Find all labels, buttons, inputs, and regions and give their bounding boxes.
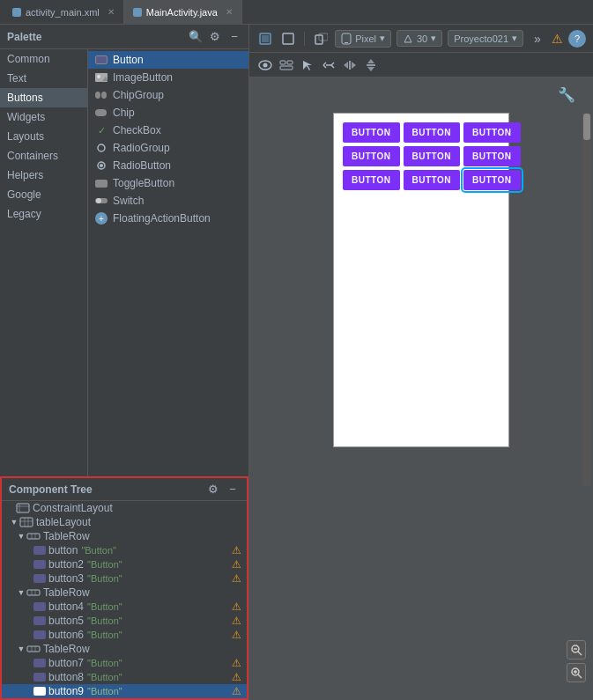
widget-radiobutton[interactable]: RadioButton (88, 157, 248, 174)
widget-checkbox[interactable]: ✓ CheckBox (88, 122, 248, 139)
tree-item-constraint[interactable]: ConstraintLayout (2, 501, 247, 515)
svg-point-1 (97, 75, 100, 78)
tree-item-button1[interactable]: button "Button" ⚠ (2, 543, 247, 557)
tree-item-button7[interactable]: button7 "Button" ⚠ (2, 656, 247, 670)
help-button[interactable]: ? (568, 30, 586, 48)
tree-item-tablerow1[interactable]: ▼ TableRow (2, 529, 247, 543)
project-selector[interactable]: Proyecto021 ▾ (448, 30, 523, 47)
eye-icon[interactable] (256, 56, 274, 74)
canvas-btn-1-1[interactable]: BUTTON (343, 122, 399, 143)
tree-label-btn8: button8 (48, 671, 84, 683)
vertical-flip-icon[interactable] (362, 56, 380, 74)
category-containers[interactable]: Containers (0, 146, 87, 166)
tree-label-btn1: button (48, 544, 78, 556)
tree-item-tablelayout[interactable]: ▼ tableLayout (2, 515, 247, 529)
warn-icon-btn2: ⚠ (232, 558, 241, 571)
settings-icon[interactable]: ⚙ (208, 30, 222, 44)
category-common[interactable]: Common (0, 49, 87, 69)
tree-item-button4[interactable]: button4 "Button" ⚠ (2, 600, 247, 614)
tab-java[interactable]: MainActivity.java ✕ (124, 0, 242, 25)
tab-xml-close[interactable]: ✕ (107, 7, 115, 17)
category-legacy[interactable]: Legacy (0, 204, 87, 224)
zoom-out-btn[interactable] (567, 640, 586, 659)
zoom-icon[interactable] (320, 56, 337, 74)
canvas-btn-2-2[interactable]: BUTTON (404, 146, 460, 166)
tree-settings-icon[interactable]: ⚙ (206, 483, 220, 497)
widget-togglebutton[interactable]: ToggleButton (88, 174, 248, 192)
fab-widget-icon: + (95, 212, 107, 225)
canvas-btn-2-1[interactable]: BUTTON (343, 146, 399, 166)
canvas-btn-3-2[interactable]: BUTTON (404, 170, 460, 190)
svg-rect-3 (95, 92, 100, 99)
svg-point-46 (263, 63, 268, 67)
category-widgets[interactable]: Widgets (0, 107, 87, 127)
svg-marker-60 (367, 59, 374, 63)
tree-arrow-tablelayout[interactable]: ▼ (9, 518, 19, 527)
category-helpers[interactable]: Helpers (0, 166, 87, 185)
wrench-icon[interactable]: 🔧 (558, 86, 575, 103)
canvas-btn-2-3[interactable]: BUTTON (463, 146, 520, 166)
orientation-icon[interactable] (312, 30, 330, 48)
palette-header-icons: 🔍 ⚙ − (189, 30, 241, 44)
tree-item-button6[interactable]: button6 "Button" ⚠ (2, 628, 247, 642)
widget-chip[interactable]: Chip (88, 104, 248, 122)
tree-label-tablerow2: TableRow (43, 586, 90, 599)
toolbar-sep1 (304, 32, 305, 46)
tree-arrow-tablerow3[interactable]: ▼ (16, 645, 26, 653)
category-buttons[interactable]: Buttons (0, 88, 87, 107)
xml-file-icon (12, 8, 21, 17)
button6-node-icon (33, 630, 46, 639)
widget-button[interactable]: Button (88, 51, 248, 69)
imagebutton-widget-icon (95, 71, 107, 84)
widget-chipgroup[interactable]: ChipGroup (88, 86, 248, 104)
category-text[interactable]: Text (0, 69, 87, 88)
category-layouts[interactable]: Layouts (0, 127, 87, 146)
widget-fab[interactable]: + FloatingActionButton (88, 210, 248, 227)
canvas-btn-1-3[interactable]: BUTTON (463, 122, 520, 143)
blueprint-mode-icon[interactable] (279, 30, 297, 48)
java-file-icon (133, 8, 142, 17)
tree-item-tablerow3[interactable]: ▼ TableRow (2, 642, 247, 656)
svg-rect-20 (27, 534, 40, 539)
horizontal-flip-icon[interactable] (341, 56, 359, 74)
tree-item-tablerow2[interactable]: ▼ TableRow (2, 586, 247, 600)
canvas-btn-3-3[interactable]: BUTTON (463, 170, 520, 190)
warn-icon-btn4: ⚠ (232, 601, 241, 613)
svg-rect-26 (27, 590, 40, 595)
phone-frame: BUTTON BUTTON BUTTON BUTTON BUTTON BUTTO… (333, 113, 509, 447)
tree-sublabel-btn7: "Button" (87, 658, 122, 668)
widget-chipgroup-label: ChipGroup (113, 89, 164, 101)
button4-node-icon (33, 602, 46, 611)
tree-arrow-tablerow1[interactable]: ▼ (16, 532, 26, 541)
cursor-icon[interactable] (299, 56, 316, 74)
tree-minimize-icon[interactable]: − (226, 483, 240, 497)
svg-rect-16 (20, 518, 33, 527)
design-canvas: 🔧 BUTTON BUTTON BUTTON BUTTON BUTTON BUT… (249, 77, 593, 700)
canvas-scrollbar[interactable] (582, 113, 591, 486)
search-icon[interactable]: 🔍 (189, 30, 203, 44)
canvas-btn-1-2[interactable]: BUTTON (404, 122, 460, 143)
zoom-in-btn[interactable] (567, 663, 586, 682)
svg-rect-5 (95, 109, 107, 116)
tree-item-button9[interactable]: button9 "Button" ⚠ (2, 684, 247, 698)
widget-switch[interactable]: Switch (88, 192, 248, 210)
widget-button-label: Button (113, 54, 144, 66)
widget-radiogroup[interactable]: RadioGroup (88, 139, 248, 157)
tree-item-button2[interactable]: button2 "Button" ⚠ (2, 557, 247, 571)
tab-java-close[interactable]: ✕ (226, 7, 233, 17)
tree-item-button8[interactable]: button8 "Button" ⚠ (2, 670, 247, 684)
tree-item-button5[interactable]: button5 "Button" ⚠ (2, 614, 247, 628)
canvas-btn-3-1[interactable]: BUTTON (343, 170, 399, 190)
more-options-icon[interactable]: » (529, 30, 546, 48)
minimize-icon[interactable]: − (227, 30, 241, 44)
api-selector[interactable]: 30 ▾ (397, 30, 442, 47)
widget-imagebutton[interactable]: ImageButton (88, 69, 248, 86)
tab-xml[interactable]: activity_main.xml ✕ (4, 0, 124, 25)
category-google[interactable]: Google (0, 185, 87, 204)
device-selector[interactable]: Pixel ▾ (335, 30, 391, 48)
layout-icon[interactable] (278, 56, 295, 74)
svg-rect-39 (262, 35, 269, 42)
tree-arrow-tablerow2[interactable]: ▼ (16, 588, 26, 597)
design-mode-icon[interactable] (256, 30, 274, 48)
tree-item-button3[interactable]: button3 "Button" ⚠ (2, 571, 247, 586)
